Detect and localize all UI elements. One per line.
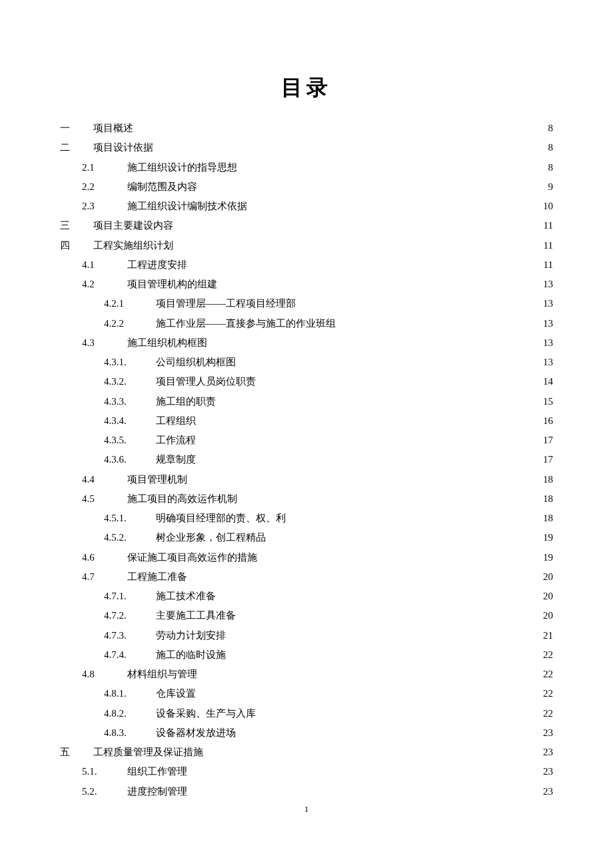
toc-entry[interactable]: 4.3.2.项目管理人员岗位职责14 [60,372,553,391]
toc-entry[interactable]: 4.7.2.主要施工工具准备20 [60,606,553,625]
toc-entry-number: 2.2 [82,177,127,197]
toc-entry[interactable]: 4.5.1.明确项目经理部的责、权、利18 [60,509,553,528]
toc-entry[interactable]: 4.8材料组织与管理22 [60,665,553,684]
toc-entry-number: 4.5.1. [104,509,156,528]
toc-leader-dots [239,609,538,619]
toc-entry-number: 4.3.5. [104,431,156,450]
toc-entry[interactable]: 5.1.组织工作管理23 [60,762,553,781]
toc-entry[interactable]: 4.1工程进度安排11 [60,255,553,275]
toc-entry-label: 保证施工项目高效运作的措施 [127,548,257,567]
toc-entry-number: 4.7.1. [104,587,156,606]
toc-entry-number: 4.5 [82,489,127,509]
toc-entry-label: 施工组的职责 [156,392,216,411]
toc-leader-dots [176,219,538,229]
toc-entry[interactable]: 4.2.1项目管理层——工程项目经理部13 [60,294,553,313]
toc-leader-dots [229,629,538,639]
toc-leader-dots [200,180,543,190]
toc-entry[interactable]: 4.8.3.设备器材发放进场23 [60,723,553,743]
toc-entry[interactable]: 4.8.1.仓库设置22 [60,684,553,703]
toc-leader-dots [240,161,543,171]
toc-entry[interactable]: 4.7工程施工准备20 [60,567,553,587]
toc-entry-page: 21 [540,626,553,645]
toc-entry-label: 施工组织设计编制技术依据 [127,197,247,216]
toc-leader-dots [338,317,538,327]
toc-entry[interactable]: 4.7.4.施工的临时设施22 [60,645,553,665]
toc-entry-page: 10 [540,197,553,216]
toc-entry-number: 四 [60,236,93,255]
toc-entry-number: 三 [60,216,93,235]
toc-entry-label: 材料组织与管理 [127,665,197,684]
toc-entry-label: 规章制度 [156,450,196,469]
toc-entry[interactable]: 4.6保证施工项目高效运作的措施19 [60,548,553,567]
toc-entry[interactable]: 4.3.3.施工组的职责15 [60,392,553,411]
toc-leader-dots [199,433,538,443]
toc-entry-label: 工作流程 [156,431,196,450]
toc-entry[interactable]: 4.8.2.设备采购、生产与入库22 [60,704,553,723]
toc-leader-dots [156,141,543,151]
toc-entry-label: 进度控制管理 [127,782,187,801]
toc-entry[interactable]: 三项目主要建设内容11 [60,216,553,235]
toc-entry-label: 工程施工准备 [127,567,187,587]
toc-entry-number: 4.3.3. [104,392,156,411]
toc-entry-page: 16 [540,411,553,431]
toc-entry[interactable]: 4.2.2施工作业层——直接参与施工的作业班组13 [60,314,553,333]
toc-entry[interactable]: 4.5.2.树企业形象，创工程精品19 [60,528,553,547]
toc-entry-number: 4.6 [82,548,127,567]
toc-entry-label: 编制范围及内容 [127,177,197,197]
toc-entry-page: 8 [546,138,554,157]
toc-leader-dots [260,551,538,561]
toc-leader-dots [219,395,538,405]
toc-entry-label: 设备采购、生产与入库 [156,704,256,723]
toc-entry[interactable]: 4.3.1.公司组织机构框图13 [60,353,553,372]
toc-entry[interactable]: 2.1施工组织设计的指导思想8 [60,158,553,177]
toc-entry[interactable]: 四工程实施组织计划11 [60,236,553,255]
toc-leader-dots [136,121,543,131]
toc-entry[interactable]: 2.3施工组织设计编制技术依据10 [60,197,553,216]
toc-entry-number: 4.7.3. [104,626,156,645]
toc-entry-page: 23 [540,782,553,801]
toc-entry[interactable]: 4.7.3.劳动力计划安排21 [60,626,553,645]
toc-entry-number: 4.5.2. [104,528,156,547]
toc-leader-dots [190,258,538,268]
toc-entry[interactable]: 二项目设计依据8 [60,138,553,157]
toc-entry[interactable]: 4.3.4.工程组织16 [60,411,553,431]
toc-leader-dots [219,589,538,599]
toc-entry[interactable]: 一项目概述8 [60,119,553,138]
toc-entry[interactable]: 5.2.进度控制管理23 [60,782,553,801]
toc-entry-label: 仓库设置 [156,684,196,703]
toc-entry[interactable]: 4.2项目管理机构的组建13 [60,275,553,294]
toc-entry-label: 项目管理人员岗位职责 [156,372,256,391]
toc-entry-number: 4.3.4. [104,411,156,431]
toc-entry-page: 22 [540,684,553,703]
toc-entry-number: 4.1 [82,255,127,275]
toc-entry-number: 4.7 [82,567,127,587]
toc-entry-label: 施工作业层——直接参与施工的作业班组 [156,314,336,333]
toc-entry-number: 4.3.6. [104,450,156,469]
toc-entry-label: 项目设计依据 [93,138,153,157]
toc-entry-page: 11 [541,236,553,255]
toc-entry-label: 施工组织机构框图 [127,333,207,353]
toc-entry[interactable]: 4.7.1.施工技术准备20 [60,587,553,606]
toc-entry-label: 工程组织 [156,411,196,431]
toc-entry[interactable]: 4.3施工组织机构框图13 [60,333,553,353]
toc-entry-number: 一 [60,119,93,138]
toc-entry-number: 4.3.2. [104,372,156,391]
toc-entry[interactable]: 4.3.5.工作流程17 [60,431,553,450]
toc-entry-page: 20 [540,606,553,625]
toc-entry[interactable]: 2.2编制范围及内容9 [60,177,553,197]
toc-entry-page: 13 [540,275,553,294]
toc-entry[interactable]: 4.5施工项目的高效运作机制18 [60,489,553,509]
toc-leader-dots [240,492,538,502]
toc-entry-number: 二 [60,138,93,157]
toc-entry[interactable]: 4.3.6.规章制度17 [60,450,553,469]
toc-entry-page: 23 [540,723,553,743]
toc-leader-dots [199,414,538,424]
toc-entry-page: 11 [541,216,553,235]
toc-entry-number: 4.8.3. [104,723,156,743]
toc-entry[interactable]: 五工程质量管理及保证措施23 [60,743,553,762]
toc-entry[interactable]: 4.4项目管理机制18 [60,470,553,489]
toc-entry-page: 13 [540,294,553,313]
toc-leader-dots [210,336,538,346]
toc-leader-dots [299,297,538,307]
toc-leader-dots [239,355,538,365]
